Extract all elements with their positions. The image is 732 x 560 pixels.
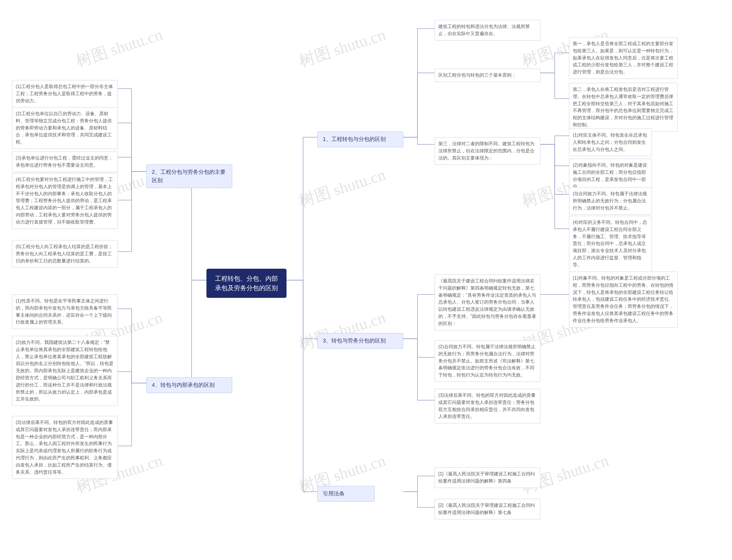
b3-leaf-1c[interactable]: (3)法律后果不同。转包的双方对因此造成的质量或其它问题要对发包人承担连带责任；… [435,389,540,423]
branch-3[interactable]: 3、转包与劳务分包的区别 [317,333,403,349]
b1-leaf-2c4[interactable]: (4)对应的义务不同。转包合同中，总承包人不履行建设工程合同全部义务，不履行施工… [569,216,652,272]
b2-leaf-1[interactable]: (1)工程分包人是取得总包工程中的一部分非主体工程；工程劳务分包人是取得工程中的… [12,80,118,107]
b2-leaf-2[interactable]: (2)工程分包单位以自己的劳动力、设备、原材料、管理等独立完成分包工程；劳务分包… [12,107,118,149]
b2-leaf-4[interactable]: (4)工程分包要对分包工程进行施工中的管理，工程承包对分包人的管理是协调上的管理… [12,173,118,229]
b1-leaf-third[interactable]: 第三，法律对二者的限制不同。建筑工程转包为法律所禁止，但在法律限定的范围内，分包… [435,137,540,165]
b5-leaf-2[interactable]: [2]《最高人民法院关于审理建设工程施工合同纠纷案件适用法律问题的解释》第七条 [435,499,540,519]
watermark: 树图 shutu.cn [73,24,165,72]
branch-1[interactable]: 1、工程转包与分包的区别 [317,131,403,147]
b5-leaf-1[interactable]: [1]《最高人民法院关于审理建设工程施工合同纠纷案件适用法律问题的解释》第四条 [435,467,540,488]
watermark: 树图 shutu.cn [296,164,388,212]
root-node[interactable]: 工程转包、分包、内部承包及劳务分包的区别 [206,269,287,298]
b3-leaf-1b[interactable]: (2)合同效力不同。转包属于法律法规所明确禁止的无效行为；而劳务分包属合法行为，… [435,340,540,382]
branch-5[interactable]: 引用法条 [317,486,375,502]
b1-leaf-principles[interactable]: 区别工程分包与转包的三个基本原则： [435,69,540,82]
b3-leaf-1a[interactable]: (1)对象不同。转包的对象是工程或分部分项的工程，而劳务分包仅指向工程中的劳务。… [569,272,678,328]
watermark: 树图 shutu.cn [296,24,388,72]
b3-leaf-intro[interactable]: 《最高院关于建设工程合同纠纷案件适用法律若干问题的解释》第四条明确规定转包无效，… [435,274,540,330]
b1-leaf-2a[interactable]: 第一，承包人是否将全部工程或工程的主要部分发包给第三人。如果是，则可认定是一种转… [569,37,678,79]
b1-leaf-2c3[interactable]: (3)合同效力不同。转包属于法律法规所明确禁止的无效行为；分包属合法行为，法律对… [569,187,652,215]
b1-leaf-2b[interactable]: 第二，承包人在将工程发包后是否对工程进行管理。在转包中总承包人通常收取一定的管理… [569,83,678,132]
b4-leaf-2[interactable]: (2)效力不同。我国建筑法第二十八条规定："禁止承包单位将其承包的全部建筑工程转… [12,336,118,406]
b1-leaf-intro[interactable]: 建筑工程的转包和违法分包为法律、法规所禁止，但在实际中又普遍存在。 [435,20,540,41]
b4-leaf-3[interactable]: (3)法律后果不同。转包的双方对因此造成的质量或其它问题要对发包人承担连带责任；… [12,416,118,479]
branch-2[interactable]: 2、工程分包与劳务分包的主要区别 [146,164,232,188]
b2-leaf-3[interactable]: (3)承包单位进行分包工程，需经过业主的同意；承包单位进行劳务分包不需要业主同意… [12,152,118,172]
branch-4[interactable]: 4、转包与内部承包的区别 [146,377,232,393]
b4-leaf-1[interactable]: (1)性质不同。转包是在平等民事主体之间进行的，而内部承包中发包方与承包方除具备… [12,294,118,329]
b2-leaf-5[interactable]: (5)工程分包人向工程承包人结算的是工程价款；劳务分包人向工程承包人结算的是工费… [12,240,118,268]
b1-leaf-2c1[interactable]: (1)对应主体不同。转包发生在总承包人和转承包人之间；分包合同则发生在总承包人与… [569,129,652,156]
